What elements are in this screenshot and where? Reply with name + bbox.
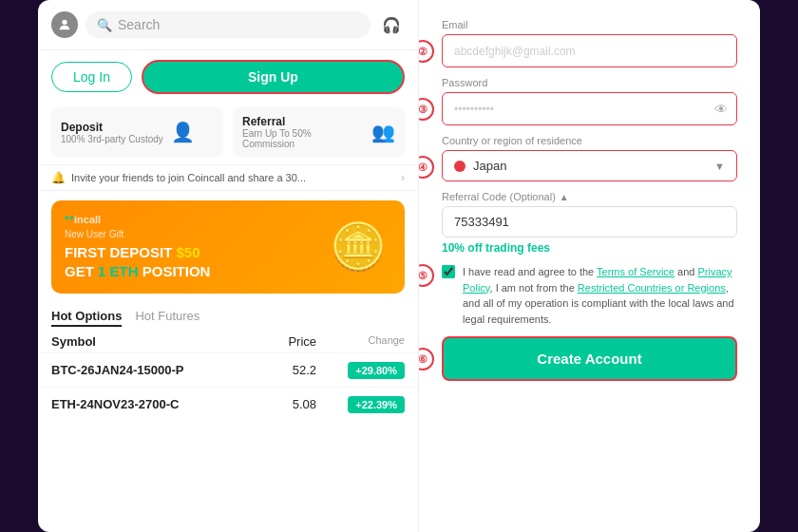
top-bar: 🔍 Search 🎧 [38, 0, 418, 50]
svg-point-0 [62, 20, 66, 25]
step5-badge: ⑤ [418, 264, 434, 287]
email-group: ② Email [442, 19, 737, 67]
terms-row: ⑤ I have read and agree to the Terms of … [442, 264, 737, 327]
flag-icon [454, 161, 466, 172]
speaker-icon: 🔔 [51, 171, 66, 184]
promo-line2: GET [65, 263, 94, 279]
search-bar[interactable]: 🔍 Search [86, 11, 370, 38]
promo-line3: POSITION [142, 263, 211, 279]
referral-subtitle: Earn Up To 50% Commission [242, 128, 364, 149]
feature-row: Deposit 100% 3rd-party Custody 👤 Referra… [38, 104, 418, 164]
tab-hot-futures[interactable]: Hot Futures [135, 309, 200, 327]
change-badge-2: +22.39% [348, 396, 405, 413]
promo-line1: FIRST DEPOSIT [65, 244, 172, 260]
promo-brand: ᵒᵒincall [65, 214, 210, 226]
avatar-icon[interactable] [51, 11, 78, 38]
terms-text: I have read and agree to the Terms of Se… [463, 264, 737, 327]
arrow-right-icon: › [401, 171, 405, 184]
restricted-countries-link[interactable]: Restricted Countries or Regions [578, 282, 726, 294]
password-label: Password [442, 77, 737, 88]
price-1: 52.2 [228, 363, 316, 377]
country-label: Country or region of residence [442, 135, 737, 146]
signup-button[interactable]: Sign Up [142, 60, 405, 94]
symbol-2: ETH-24NOV23-2700-C [51, 397, 228, 411]
email-field[interactable] [442, 34, 737, 67]
country-group: ④ Country or region of residence Japan ▼ [442, 135, 737, 181]
auth-buttons: Log In Sign Up [38, 50, 418, 104]
promo-coin-icon: 🪙 [325, 214, 391, 280]
step4-badge: ④ [418, 156, 434, 179]
invite-text: Invite your friends to join Coincall and… [71, 172, 306, 183]
password-wrapper: 👁 [442, 92, 737, 125]
header-symbol: Symbol [51, 334, 228, 349]
promo-banner: ᵒᵒincall New User Gift FIRST DEPOSIT $50… [51, 200, 405, 294]
table-row[interactable]: BTC-26JAN24-15000-P 52.2 +29.80% [38, 352, 418, 387]
country-select[interactable]: Japan ▼ [442, 150, 737, 181]
chevron-up-icon: ▲ [560, 192, 569, 202]
table-header: Symbol Price Change [38, 331, 418, 352]
terms-checkbox[interactable] [442, 265, 455, 278]
change-2: +22.39% [316, 395, 405, 413]
eye-icon[interactable]: 👁 [714, 102, 728, 117]
login-button[interactable]: Log In [51, 62, 132, 92]
referral-input[interactable] [442, 206, 737, 238]
tab-hot-options[interactable]: Hot Options [51, 309, 122, 327]
price-2: 5.08 [228, 397, 316, 411]
create-account-button[interactable]: Create Account [442, 336, 737, 381]
search-icon: 🔍 [97, 18, 112, 32]
dropdown-arrow-icon: ▼ [714, 161, 725, 172]
step6-badge: ⑥ [418, 348, 434, 370]
change-1: +29.80% [316, 361, 405, 379]
promo-eth: 1 ETH [98, 263, 139, 279]
search-placeholder: Search [118, 17, 160, 32]
step3-badge: ③ [418, 98, 434, 121]
header-change: Change [316, 334, 405, 349]
feature-referral: Referral Earn Up To 50% Commission 👥 [233, 107, 405, 157]
password-field[interactable] [442, 92, 737, 125]
header-price: Price [228, 334, 316, 349]
email-label: Email [442, 19, 737, 30]
change-badge-1: +29.80% [348, 362, 405, 379]
symbol-1: BTC-26JAN24-15000-P [51, 363, 228, 377]
promo-highlight: $50 [177, 244, 200, 260]
table-row[interactable]: ETH-24NOV23-2700-C 5.08 +22.39% [38, 387, 418, 421]
country-value: Japan [473, 159, 707, 173]
promo-new-user: New User Gift [65, 229, 210, 239]
hot-tabs: Hot Options Hot Futures [38, 303, 418, 331]
referral-icon: 👥 [371, 121, 395, 143]
deposit-title: Deposit [61, 121, 163, 134]
promo-title: FIRST DEPOSIT $50 GET 1 ETH POSITION [65, 243, 210, 280]
left-panel: 🔍 Search 🎧 Log In Sign Up Deposit 100% 3… [38, 0, 418, 532]
feature-deposit: Deposit 100% 3rd-party Custody 👤 [51, 107, 223, 157]
password-group: ③ Password 👁 [442, 77, 737, 125]
deposit-icon: 👤 [171, 121, 195, 143]
terms-of-service-link[interactable]: Terms of Service [597, 266, 674, 277]
invite-bar[interactable]: 🔔 Invite your friends to join Coincall a… [38, 164, 418, 191]
referral-title: Referral [242, 115, 364, 128]
create-account-wrapper: ⑥ Create Account [442, 336, 737, 381]
headset-icon[interactable]: 🎧 [378, 11, 405, 38]
right-panel: ② Email ③ Password 👁 ④ Country or region… [418, 0, 760, 532]
step2-badge: ② [418, 40, 434, 63]
deposit-subtitle: 100% 3rd-party Custody [61, 134, 163, 144]
referral-label: Referral Code (Optional) ▲ [442, 191, 737, 202]
discount-text: 10% off trading fees [442, 241, 737, 255]
referral-section: Referral Code (Optional) ▲ 10% off tradi… [442, 191, 737, 255]
